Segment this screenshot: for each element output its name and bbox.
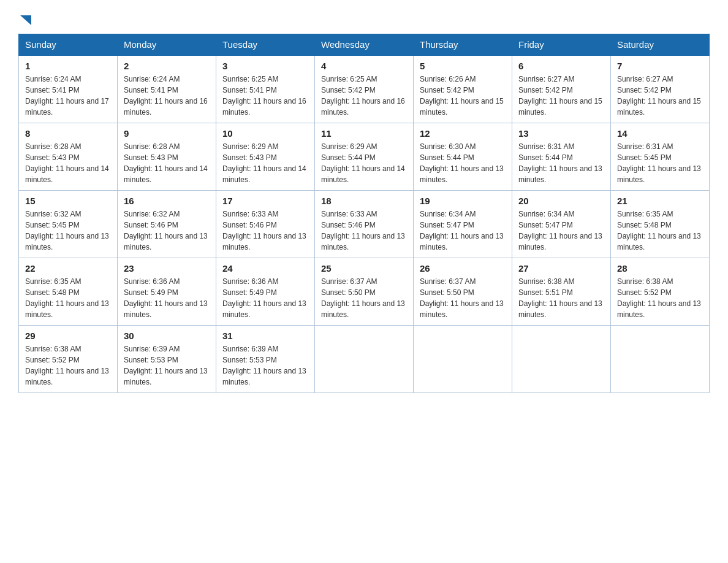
day-number: 15 <box>25 196 111 206</box>
calendar-cell: 16Sunrise: 6:32 AMSunset: 5:46 PMDayligh… <box>118 191 216 258</box>
header-cell-monday: Monday <box>118 34 216 56</box>
calendar-cell: 25Sunrise: 6:37 AMSunset: 5:50 PMDayligh… <box>315 258 414 326</box>
calendar-cell: 23Sunrise: 6:36 AMSunset: 5:49 PMDayligh… <box>118 258 216 326</box>
day-number: 30 <box>124 331 210 341</box>
day-info: Sunrise: 6:29 AMSunset: 5:43 PMDaylight:… <box>222 141 308 185</box>
day-number: 22 <box>25 263 111 274</box>
calendar-cell: 6Sunrise: 6:27 AMSunset: 5:42 PMDaylight… <box>512 55 611 123</box>
logo-triangle-icon <box>20 15 31 25</box>
day-number: 1 <box>25 61 111 71</box>
calendar-cell <box>315 326 414 393</box>
calendar-cell <box>611 326 710 393</box>
day-info: Sunrise: 6:32 AMSunset: 5:46 PMDaylight:… <box>124 209 210 253</box>
day-number: 28 <box>617 263 703 274</box>
calendar-cell: 11Sunrise: 6:29 AMSunset: 5:44 PMDayligh… <box>315 123 414 191</box>
day-info: Sunrise: 6:37 AMSunset: 5:50 PMDaylight:… <box>420 276 506 320</box>
header-cell-saturday: Saturday <box>611 34 710 56</box>
calendar-cell: 2Sunrise: 6:24 AMSunset: 5:41 PMDaylight… <box>118 55 216 123</box>
day-info: Sunrise: 6:31 AMSunset: 5:44 PMDaylight:… <box>518 141 604 185</box>
calendar-cell: 5Sunrise: 6:26 AMSunset: 5:42 PMDaylight… <box>414 55 512 123</box>
calendar-cell: 13Sunrise: 6:31 AMSunset: 5:44 PMDayligh… <box>512 123 611 191</box>
day-info: Sunrise: 6:34 AMSunset: 5:47 PMDaylight:… <box>420 209 506 253</box>
day-number: 3 <box>222 61 308 71</box>
page-header <box>18 12 710 28</box>
calendar-cell: 30Sunrise: 6:39 AMSunset: 5:53 PMDayligh… <box>118 326 216 393</box>
day-number: 25 <box>321 263 407 274</box>
calendar-cell: 14Sunrise: 6:31 AMSunset: 5:45 PMDayligh… <box>611 123 710 191</box>
day-info: Sunrise: 6:25 AMSunset: 5:41 PMDaylight:… <box>222 74 308 118</box>
header-cell-sunday: Sunday <box>19 34 118 56</box>
calendar-cell: 18Sunrise: 6:33 AMSunset: 5:46 PMDayligh… <box>315 191 414 258</box>
day-info: Sunrise: 6:36 AMSunset: 5:49 PMDaylight:… <box>222 276 308 320</box>
week-row-5: 29Sunrise: 6:38 AMSunset: 5:52 PMDayligh… <box>19 326 710 393</box>
header-cell-tuesday: Tuesday <box>216 34 315 56</box>
day-number: 26 <box>420 263 506 274</box>
week-row-3: 15Sunrise: 6:32 AMSunset: 5:45 PMDayligh… <box>19 191 710 258</box>
day-info: Sunrise: 6:33 AMSunset: 5:46 PMDaylight:… <box>321 209 407 253</box>
day-info: Sunrise: 6:39 AMSunset: 5:53 PMDaylight:… <box>124 343 210 388</box>
day-info: Sunrise: 6:28 AMSunset: 5:43 PMDaylight:… <box>124 141 210 185</box>
calendar-cell: 22Sunrise: 6:35 AMSunset: 5:48 PMDayligh… <box>19 258 118 326</box>
calendar-cell: 15Sunrise: 6:32 AMSunset: 5:45 PMDayligh… <box>19 191 118 258</box>
calendar-cell: 19Sunrise: 6:34 AMSunset: 5:47 PMDayligh… <box>414 191 512 258</box>
day-number: 4 <box>321 61 407 71</box>
day-info: Sunrise: 6:24 AMSunset: 5:41 PMDaylight:… <box>124 74 210 118</box>
calendar-cell: 20Sunrise: 6:34 AMSunset: 5:47 PMDayligh… <box>512 191 611 258</box>
day-number: 18 <box>321 196 407 206</box>
week-row-4: 22Sunrise: 6:35 AMSunset: 5:48 PMDayligh… <box>19 258 710 326</box>
day-number: 17 <box>222 196 308 206</box>
calendar-cell: 17Sunrise: 6:33 AMSunset: 5:46 PMDayligh… <box>216 191 315 258</box>
day-info: Sunrise: 6:27 AMSunset: 5:42 PMDaylight:… <box>617 74 703 118</box>
calendar-cell: 4Sunrise: 6:25 AMSunset: 5:42 PMDaylight… <box>315 55 414 123</box>
svg-marker-0 <box>20 15 31 25</box>
calendar-cell: 28Sunrise: 6:38 AMSunset: 5:52 PMDayligh… <box>611 258 710 326</box>
day-info: Sunrise: 6:26 AMSunset: 5:42 PMDaylight:… <box>420 74 506 118</box>
calendar-cell <box>512 326 611 393</box>
day-number: 7 <box>617 61 703 71</box>
calendar-cell: 12Sunrise: 6:30 AMSunset: 5:44 PMDayligh… <box>414 123 512 191</box>
calendar-cell <box>414 326 512 393</box>
day-info: Sunrise: 6:35 AMSunset: 5:48 PMDaylight:… <box>25 276 111 320</box>
calendar-cell: 24Sunrise: 6:36 AMSunset: 5:49 PMDayligh… <box>216 258 315 326</box>
day-number: 27 <box>518 263 604 274</box>
day-info: Sunrise: 6:35 AMSunset: 5:48 PMDaylight:… <box>617 209 703 253</box>
day-number: 16 <box>124 196 210 206</box>
day-info: Sunrise: 6:38 AMSunset: 5:51 PMDaylight:… <box>518 276 604 320</box>
calendar-cell: 26Sunrise: 6:37 AMSunset: 5:50 PMDayligh… <box>414 258 512 326</box>
day-info: Sunrise: 6:25 AMSunset: 5:42 PMDaylight:… <box>321 74 407 118</box>
day-info: Sunrise: 6:31 AMSunset: 5:45 PMDaylight:… <box>617 141 703 185</box>
header-cell-friday: Friday <box>512 34 611 56</box>
day-number: 21 <box>617 196 703 206</box>
day-number: 6 <box>518 61 604 71</box>
day-info: Sunrise: 6:24 AMSunset: 5:41 PMDaylight:… <box>25 74 111 118</box>
header-cell-wednesday: Wednesday <box>315 34 414 56</box>
day-number: 8 <box>25 128 111 139</box>
calendar-cell: 27Sunrise: 6:38 AMSunset: 5:51 PMDayligh… <box>512 258 611 326</box>
day-number: 23 <box>124 263 210 274</box>
day-number: 5 <box>420 61 506 71</box>
day-info: Sunrise: 6:39 AMSunset: 5:53 PMDaylight:… <box>222 343 308 388</box>
logo <box>18 12 31 28</box>
day-info: Sunrise: 6:33 AMSunset: 5:46 PMDaylight:… <box>222 209 308 253</box>
day-info: Sunrise: 6:36 AMSunset: 5:49 PMDaylight:… <box>124 276 210 320</box>
calendar-cell: 10Sunrise: 6:29 AMSunset: 5:43 PMDayligh… <box>216 123 315 191</box>
calendar-body: 1Sunrise: 6:24 AMSunset: 5:41 PMDaylight… <box>19 55 710 393</box>
day-number: 31 <box>222 331 308 341</box>
calendar-cell: 31Sunrise: 6:39 AMSunset: 5:53 PMDayligh… <box>216 326 315 393</box>
calendar-cell: 7Sunrise: 6:27 AMSunset: 5:42 PMDaylight… <box>611 55 710 123</box>
calendar-cell: 21Sunrise: 6:35 AMSunset: 5:48 PMDayligh… <box>611 191 710 258</box>
calendar-cell: 3Sunrise: 6:25 AMSunset: 5:41 PMDaylight… <box>216 55 315 123</box>
calendar-cell: 8Sunrise: 6:28 AMSunset: 5:43 PMDaylight… <box>19 123 118 191</box>
day-number: 24 <box>222 263 308 274</box>
calendar-cell: 9Sunrise: 6:28 AMSunset: 5:43 PMDaylight… <box>118 123 216 191</box>
week-row-1: 1Sunrise: 6:24 AMSunset: 5:41 PMDaylight… <box>19 55 710 123</box>
calendar-cell: 1Sunrise: 6:24 AMSunset: 5:41 PMDaylight… <box>19 55 118 123</box>
day-number: 12 <box>420 128 506 139</box>
week-row-2: 8Sunrise: 6:28 AMSunset: 5:43 PMDaylight… <box>19 123 710 191</box>
day-number: 29 <box>25 331 111 341</box>
day-number: 2 <box>124 61 210 71</box>
header-cell-thursday: Thursday <box>414 34 512 56</box>
day-info: Sunrise: 6:32 AMSunset: 5:45 PMDaylight:… <box>25 209 111 253</box>
day-info: Sunrise: 6:38 AMSunset: 5:52 PMDaylight:… <box>617 276 703 320</box>
day-info: Sunrise: 6:37 AMSunset: 5:50 PMDaylight:… <box>321 276 407 320</box>
